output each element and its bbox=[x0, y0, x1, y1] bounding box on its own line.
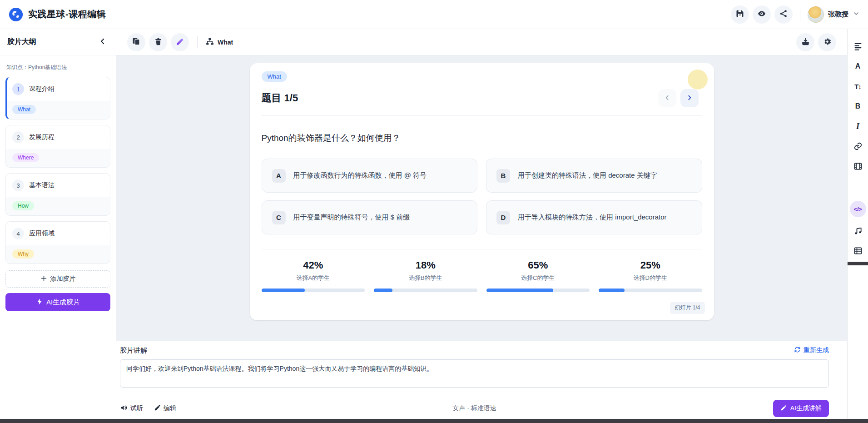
ai-generate-narration-button[interactable]: AI生成讲解 bbox=[773, 400, 829, 417]
page-title: 实践星球-课程编辑 bbox=[28, 8, 106, 20]
chevron-right-icon bbox=[686, 94, 693, 103]
chevron-left-icon bbox=[99, 37, 107, 47]
sidebar-collapse-button[interactable] bbox=[97, 35, 109, 49]
outline-item-3[interactable]: 3 基本语法 How bbox=[5, 173, 110, 216]
stat-label: 选择D的学生 bbox=[599, 274, 702, 282]
edit-slide-button[interactable] bbox=[171, 33, 189, 51]
decorative-circle bbox=[688, 70, 708, 90]
toolbar-scrollbar-thumb[interactable] bbox=[848, 262, 868, 265]
slide-type-pill: What bbox=[262, 71, 287, 82]
slide-type-badge: What bbox=[12, 105, 36, 114]
stat-percent: 65% bbox=[486, 259, 590, 271]
font-icon[interactable]: A bbox=[850, 60, 866, 73]
slide-canvas: What 题目 1/5 Python的装饰器 bbox=[116, 55, 847, 341]
question-counter: 题目 1/5 bbox=[262, 91, 298, 105]
listen-button[interactable]: 试听 bbox=[120, 404, 143, 413]
share-button[interactable] bbox=[774, 5, 793, 24]
stat-percent: 18% bbox=[374, 259, 477, 271]
table-icon[interactable] bbox=[850, 244, 866, 257]
regenerate-button[interactable]: 重新生成 bbox=[794, 346, 829, 354]
option-letter: C bbox=[272, 211, 286, 224]
outline-sidebar: 胶片大纲 知识点：Python基础语法 1 课程介绍 What bbox=[0, 29, 116, 419]
save-button[interactable] bbox=[731, 5, 749, 24]
outline-item-title: 应用领域 bbox=[29, 229, 55, 238]
progress-track bbox=[374, 289, 477, 292]
user-menu[interactable]: 张教授 bbox=[808, 6, 860, 23]
film-icon[interactable] bbox=[850, 160, 866, 173]
download-button[interactable] bbox=[796, 33, 814, 51]
user-name: 张教授 bbox=[828, 10, 848, 19]
music-icon[interactable] bbox=[850, 224, 866, 237]
link-icon[interactable] bbox=[850, 140, 866, 153]
option-text: 用于变量声明的特殊符号，使用 $ 前缀 bbox=[293, 213, 410, 222]
stat-label: 选择B的学生 bbox=[374, 274, 477, 282]
code-icon[interactable]: </> bbox=[850, 201, 866, 217]
sidebar-title: 胶片大纲 bbox=[7, 37, 36, 47]
outline-item-1[interactable]: 1 课程介绍 What bbox=[5, 77, 110, 119]
slide-type-badge: How bbox=[12, 201, 34, 210]
next-question-button[interactable] bbox=[680, 89, 699, 107]
share-icon bbox=[779, 9, 788, 20]
stat-label: 选择A的学生 bbox=[262, 274, 365, 282]
progress-fill bbox=[486, 289, 554, 292]
add-slide-button[interactable]: 添加胶片 bbox=[5, 270, 110, 288]
quiz-slide-card: What 题目 1/5 Python的装饰器 bbox=[250, 63, 714, 320]
prev-question-button[interactable] bbox=[658, 89, 676, 107]
pencil-icon bbox=[780, 405, 787, 413]
header-divider bbox=[800, 8, 800, 21]
slide-type-badge: Why bbox=[12, 249, 34, 259]
horizontal-scrollbar[interactable] bbox=[0, 419, 868, 423]
option-text: 用于导入模块的特殊方法，使用 import_decorator bbox=[518, 213, 667, 222]
stat-label: 选择C的学生 bbox=[486, 274, 590, 282]
progress-fill bbox=[374, 289, 392, 292]
option-a[interactable]: A 用于修改函数行为的特殊函数，使用 @ 符号 bbox=[262, 159, 478, 193]
bold-icon[interactable]: B bbox=[850, 100, 866, 113]
chevron-down-icon bbox=[853, 10, 860, 19]
option-d[interactable]: D 用于导入模块的特殊方法，使用 import_decorator bbox=[486, 200, 702, 234]
duplicate-slide-button[interactable] bbox=[127, 33, 145, 51]
knowledge-point-label: 知识点：Python基础语法 bbox=[6, 64, 109, 71]
edit-narration-button[interactable]: 编辑 bbox=[154, 404, 176, 413]
app-logo-globe-icon bbox=[9, 8, 23, 21]
course-editor-page: 实践星球-课程编辑 张教授 胶片大纲 bbox=[0, 0, 868, 423]
preview-button[interactable] bbox=[753, 5, 771, 24]
ai-generate-slides-button[interactable]: AI生成胶片 bbox=[5, 293, 110, 311]
option-letter: A bbox=[272, 169, 286, 183]
avatar bbox=[808, 6, 824, 23]
chevron-left-icon bbox=[664, 94, 671, 103]
outline-item-number: 4 bbox=[12, 228, 24, 239]
delete-slide-button[interactable] bbox=[149, 33, 167, 51]
plus-icon bbox=[40, 275, 47, 283]
outline-item-number: 1 bbox=[12, 83, 24, 95]
slide-toolbar: What bbox=[116, 29, 847, 55]
option-c[interactable]: C 用于变量声明的特殊符号，使用 $ 前缀 bbox=[262, 200, 478, 234]
format-toolbar: A T↕ B I </> bbox=[847, 29, 868, 419]
progress-fill bbox=[599, 289, 625, 292]
progress-track bbox=[599, 289, 702, 292]
pencil-icon bbox=[154, 404, 161, 413]
app-header: 实践星球-课程编辑 张教授 bbox=[0, 0, 868, 29]
narration-script-input[interactable]: 同学们好，欢迎来到Python基础语法课程。我们将学习Python这一强大而又易… bbox=[120, 359, 829, 388]
progress-track bbox=[486, 289, 590, 292]
settings-button[interactable] bbox=[818, 33, 836, 51]
outline-item-4[interactable]: 4 应用领域 Why bbox=[5, 221, 110, 264]
stat-b: 18% 选择B的学生 bbox=[374, 259, 477, 292]
progress-fill bbox=[262, 289, 305, 292]
stat-c: 65% 选择C的学生 bbox=[486, 259, 590, 292]
option-b[interactable]: B 用于创建类的特殊语法，使用 decorate 关键字 bbox=[486, 159, 702, 193]
outline-item-number: 2 bbox=[12, 131, 24, 143]
outline-item-number: 3 bbox=[12, 179, 24, 191]
download-icon bbox=[801, 37, 810, 47]
voice-setting-label: 女声 · 标准语速 bbox=[452, 404, 496, 413]
outline-item-2[interactable]: 2 发展历程 Where bbox=[5, 125, 110, 168]
narration-panel: 胶片讲解 重新生成 同学们好，欢迎来到Python基础语法课程。我们将学习Pyt… bbox=[116, 341, 847, 419]
slide-counter-badge: 幻灯片 1/4 bbox=[670, 302, 704, 314]
italic-icon[interactable]: I bbox=[850, 120, 866, 133]
narration-title: 胶片讲解 bbox=[120, 346, 147, 355]
slide-type-badge: Where bbox=[12, 153, 39, 162]
gear-icon bbox=[823, 37, 832, 47]
slide-type-indicator: What bbox=[206, 37, 233, 47]
text-size-icon[interactable]: T↕ bbox=[850, 80, 866, 93]
align-left-icon[interactable] bbox=[850, 40, 866, 53]
stat-percent: 25% bbox=[599, 259, 702, 271]
